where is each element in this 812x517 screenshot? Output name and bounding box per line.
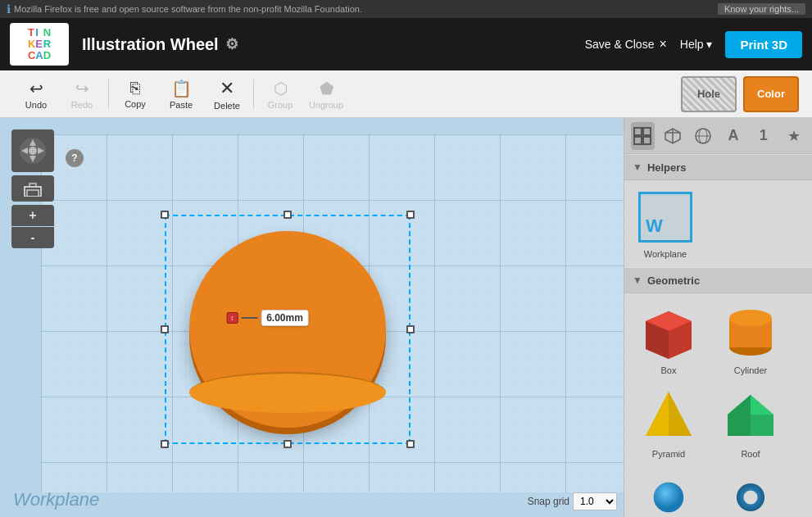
workplane-label: Workplane — [13, 489, 99, 510]
pyramid-icon-area — [636, 385, 701, 446]
shape-item-cylinder[interactable]: Cylinder — [714, 302, 787, 375]
hole-button[interactable]: Hole — [681, 76, 737, 112]
helper-workplane[interactable]: W Workplane — [633, 188, 698, 259]
shape-item-roof[interactable]: Roof — [714, 385, 787, 459]
app-container: T I N K E R C A D Illustration Wheel ⚙ S… — [0, 18, 812, 517]
handle-top-right[interactable] — [406, 211, 415, 219]
svg-point-7 — [29, 147, 37, 155]
logo-c2: C — [28, 50, 35, 61]
logo-n: N — [43, 27, 51, 39]
shape-item-box[interactable]: Box — [633, 302, 705, 375]
undo-button[interactable]: ↩ Undo — [13, 73, 59, 116]
help-button[interactable]: Help ▾ — [680, 38, 713, 51]
firefox-info-text: Mozilla Firefox is free and open source … — [14, 4, 362, 14]
view-mode-number[interactable]: 1 — [751, 122, 775, 150]
zoom-out-button[interactable]: - — [11, 227, 54, 248]
view-mode-letter[interactable]: A — [722, 122, 746, 150]
cube-icon — [664, 127, 682, 145]
svg-point-35 — [743, 490, 757, 504]
sphere-icon-area — [636, 467, 701, 517]
grid-icon — [633, 127, 651, 145]
copy-button[interactable]: ⎘ Copy — [112, 73, 158, 116]
shape-item-sphere[interactable] — [633, 467, 705, 517]
disc-shape — [181, 231, 394, 428]
roof-shape-icon — [721, 388, 780, 442]
logo[interactable]: T I N K E R C A D — [10, 23, 69, 66]
ungroup-button[interactable]: ⬟ Ungroup — [303, 73, 349, 116]
group-button[interactable]: ⬡ Group — [257, 73, 303, 116]
cylinder-icon-area — [718, 302, 783, 362]
shape-item-torus[interactable] — [714, 467, 787, 517]
cylinder-label: Cylinder — [734, 365, 767, 375]
view-mode-grid[interactable] — [631, 122, 655, 150]
snap-grid-select[interactable]: 1.0 0.5 0.25 — [573, 492, 617, 510]
handle-bottom-center[interactable] — [284, 440, 292, 448]
project-title: Illustration Wheel — [82, 35, 219, 54]
view-controls: ? + - — [11, 129, 54, 248]
svg-point-33 — [654, 483, 684, 513]
workplane-icon-area: W — [634, 188, 696, 246]
height-value[interactable]: 6.00mm — [261, 310, 309, 326]
zoom-in-button[interactable]: + — [11, 205, 54, 226]
redo-button[interactable]: ↪ Redo — [59, 73, 105, 116]
box-label: Box — [661, 365, 677, 375]
height-indicator: ↕ 6.00mm — [226, 310, 309, 326]
delete-button[interactable]: ✕ Delete — [204, 73, 250, 116]
shapes-grid: Box Cylinder — [624, 293, 812, 467]
cylinder-shape-icon — [721, 305, 780, 359]
svg-point-26 — [729, 310, 772, 326]
handle-middle-left[interactable] — [161, 325, 169, 333]
view-mode-3d[interactable] — [661, 122, 685, 150]
helpers-section: W Workplane — [624, 180, 812, 267]
sphere-shape-icon — [639, 479, 698, 515]
svg-rect-13 — [634, 137, 642, 144]
geometric-section-header[interactable]: ▼ Geometric — [624, 267, 812, 293]
view-mode-sphere[interactable] — [692, 122, 715, 150]
redo-icon: ↪ — [75, 79, 89, 98]
paste-icon: 📋 — [171, 79, 192, 98]
logo-k: K — [28, 39, 35, 50]
svg-rect-9 — [27, 190, 39, 197]
save-close-button[interactable]: Save & Close × — [585, 37, 667, 52]
handle-top-center[interactable] — [284, 211, 292, 219]
color-button[interactable]: Color — [743, 76, 799, 112]
right-panel: A 1 ★ ▼ Helpers W — [624, 118, 812, 517]
workplane-shape-icon: W — [638, 192, 692, 243]
paste-button[interactable]: 📋 Paste — [158, 73, 204, 116]
copy-icon: ⎘ — [130, 79, 140, 98]
handle-top-left[interactable] — [161, 211, 169, 219]
zoom-controls: + - — [11, 205, 54, 248]
svg-marker-32 — [728, 395, 751, 436]
help-bubble[interactable]: ? — [66, 149, 84, 167]
shape-container[interactable]: ↕ 6.00mm — [165, 215, 411, 444]
pan-arrows-icon — [18, 136, 48, 166]
home-view-button[interactable] — [11, 175, 54, 202]
roof-label: Roof — [741, 449, 760, 459]
svg-rect-10 — [29, 184, 36, 187]
handle-middle-right[interactable] — [406, 325, 415, 333]
handle-bottom-right[interactable] — [406, 440, 415, 448]
logo-t: T — [28, 27, 35, 39]
box-shape-icon — [639, 305, 698, 359]
shape-item-pyramid[interactable]: Pyramid — [633, 385, 705, 459]
toolbar-sep-1 — [108, 79, 109, 109]
svg-rect-11 — [634, 128, 642, 135]
viewport[interactable]: ↕ 6.00mm — [0, 118, 624, 517]
handle-bottom-left[interactable] — [161, 440, 169, 448]
number-icon: 1 — [760, 127, 768, 144]
settings-icon[interactable]: ⚙ — [225, 35, 238, 53]
logo-a: A — [35, 50, 43, 61]
helpers-section-header[interactable]: ▼ Helpers — [624, 154, 812, 180]
know-rights-button[interactable]: Know your rights... — [718, 3, 805, 15]
delete-icon: ✕ — [220, 78, 234, 99]
view-mode-star[interactable]: ★ — [782, 122, 805, 150]
snap-grid-control: Snap grid 1.0 0.5 0.25 — [528, 492, 617, 510]
height-arrow-icon: ↕ — [226, 312, 238, 324]
print3d-button[interactable]: Print 3D — [725, 31, 802, 58]
sphere-icon — [694, 127, 712, 145]
star-icon: ★ — [787, 127, 801, 145]
toolbar-group-edit: ⎘ Copy 📋 Paste ✕ Delete — [112, 73, 250, 116]
pan-control[interactable] — [11, 129, 54, 172]
geometric-collapse-arrow: ▼ — [633, 274, 642, 286]
group-icon: ⬡ — [274, 79, 288, 98]
